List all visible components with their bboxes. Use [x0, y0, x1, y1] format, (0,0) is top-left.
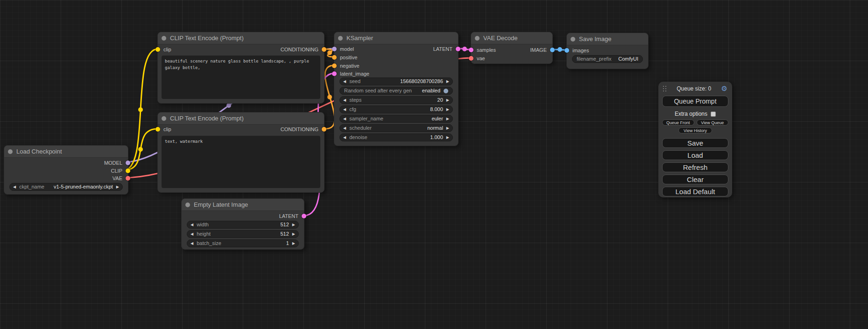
- node-title-bar[interactable]: CLIP Text Encode (Prompt): [158, 32, 324, 44]
- prev-value-arrow-icon[interactable]: ◀: [343, 117, 346, 121]
- increment-arrow-icon[interactable]: ▶: [292, 242, 295, 245]
- increment-arrow-icon[interactable]: ▶: [446, 108, 449, 112]
- clip-port-icon[interactable]: [155, 127, 160, 132]
- increment-arrow-icon[interactable]: ▶: [446, 80, 449, 84]
- filename-prefix-widget[interactable]: filename_prefix ComfyUI: [572, 55, 643, 63]
- drag-handle-icon[interactable]: [663, 86, 667, 92]
- output-slot-image[interactable]: IMAGE: [530, 47, 552, 53]
- collapse-dot-icon[interactable]: [8, 149, 13, 154]
- vae-port-icon[interactable]: [469, 56, 473, 61]
- conditioning-port-icon[interactable]: [322, 47, 326, 52]
- next-value-arrow-icon[interactable]: ▶: [446, 117, 449, 121]
- decrement-arrow-icon[interactable]: ◀: [191, 242, 193, 245]
- load-button[interactable]: Load: [662, 150, 728, 160]
- decrement-arrow-icon[interactable]: ◀: [191, 232, 193, 236]
- latent-port-icon[interactable]: [469, 48, 473, 52]
- batch-size-widget[interactable]: ◀ batch_size 1 ▶: [187, 239, 299, 247]
- node-vae-decode[interactable]: VAE Decode samples vae IMAGE: [471, 32, 553, 64]
- input-slot-positive[interactable]: positive: [334, 54, 357, 61]
- extra-options-checkbox[interactable]: [711, 112, 716, 117]
- collapse-dot-icon[interactable]: [475, 36, 480, 41]
- cfg-widget[interactable]: ◀ cfg 8.000 ▶: [339, 105, 453, 113]
- input-slot-samples[interactable]: samples: [471, 47, 496, 53]
- queue-front-button[interactable]: Queue Front: [662, 119, 694, 126]
- prompt-textarea[interactable]: beautiful scenery nature glass bottle la…: [162, 56, 320, 99]
- node-load-checkpoint[interactable]: Load Checkpoint MODEL CLIP VAE ◀ ckpt_na…: [4, 145, 128, 195]
- view-history-button[interactable]: View History: [678, 127, 712, 133]
- scheduler-widget[interactable]: ◀ scheduler normal ▶: [339, 124, 453, 132]
- input-slot-latent-image[interactable]: latent_image: [334, 70, 369, 77]
- random-seed-toggle-widget[interactable]: Random seed after every gen enabled: [339, 87, 453, 95]
- steps-widget[interactable]: ◀ steps 20 ▶: [339, 96, 453, 104]
- increment-arrow-icon[interactable]: ▶: [292, 223, 295, 227]
- denoise-widget[interactable]: ◀ denoise 1.000 ▶: [339, 133, 453, 141]
- increment-arrow-icon[interactable]: ▶: [292, 232, 295, 236]
- refresh-button[interactable]: Refresh: [662, 162, 728, 172]
- node-empty-latent-image[interactable]: Empty Latent Image LATENT ◀ width 512 ▶ …: [181, 198, 304, 250]
- load-default-button[interactable]: Load Default: [662, 187, 728, 196]
- input-slot-clip[interactable]: clip: [158, 126, 171, 133]
- next-value-arrow-icon[interactable]: ▶: [446, 126, 449, 130]
- output-slot-clip[interactable]: CLIP: [111, 168, 128, 174]
- height-widget[interactable]: ◀ height 512 ▶: [187, 230, 299, 238]
- collapse-dot-icon[interactable]: [338, 36, 343, 41]
- view-queue-button[interactable]: View Queue: [697, 119, 729, 126]
- prev-value-arrow-icon[interactable]: ◀: [343, 126, 346, 130]
- node-clip-text-encode-negative[interactable]: CLIP Text Encode (Prompt) clip CONDITION…: [157, 112, 325, 193]
- output-slot-latent[interactable]: LATENT: [433, 46, 458, 52]
- latent-port-icon[interactable]: [302, 214, 306, 218]
- output-slot-model[interactable]: MODEL: [104, 160, 128, 166]
- input-slot-images[interactable]: images: [567, 47, 589, 54]
- model-port-icon[interactable]: [332, 47, 337, 51]
- input-slot-clip[interactable]: clip: [158, 46, 171, 53]
- output-slot-vae[interactable]: VAE: [113, 175, 128, 182]
- conditioning-port-icon[interactable]: [332, 55, 337, 60]
- node-title-bar[interactable]: VAE Decode: [471, 32, 552, 44]
- input-slot-model[interactable]: model: [334, 46, 354, 52]
- collapse-dot-icon[interactable]: [571, 37, 575, 42]
- vae-port-icon[interactable]: [126, 176, 130, 181]
- prompt-textarea[interactable]: text, watermark: [162, 136, 320, 188]
- output-slot-conditioning[interactable]: CONDITIONING: [281, 126, 324, 133]
- collapse-dot-icon[interactable]: [185, 203, 190, 207]
- clip-port-icon[interactable]: [126, 168, 130, 173]
- sampler-name-widget[interactable]: ◀ sampler_name euler ▶: [339, 115, 453, 123]
- latent-port-icon[interactable]: [456, 47, 460, 51]
- image-port-icon[interactable]: [565, 48, 569, 53]
- node-ksampler[interactable]: KSampler model positive negative latent_…: [334, 32, 459, 146]
- latent-port-icon[interactable]: [332, 71, 337, 76]
- node-title-bar[interactable]: KSampler: [334, 32, 458, 44]
- clip-port-icon[interactable]: [155, 47, 160, 52]
- node-clip-text-encode-positive[interactable]: CLIP Text Encode (Prompt) clip CONDITION…: [157, 32, 325, 104]
- conditioning-port-icon[interactable]: [332, 63, 337, 68]
- decrement-arrow-icon[interactable]: ◀: [343, 136, 346, 140]
- node-graph-canvas[interactable]: Load Checkpoint MODEL CLIP VAE ◀ ckpt_na…: [0, 0, 868, 329]
- collapse-dot-icon[interactable]: [162, 36, 166, 41]
- node-title-bar[interactable]: Save Image: [567, 33, 648, 45]
- decrement-arrow-icon[interactable]: ◀: [343, 80, 346, 84]
- prev-value-arrow-icon[interactable]: ◀: [13, 185, 16, 189]
- next-value-arrow-icon[interactable]: ▶: [116, 185, 119, 189]
- queue-prompt-button[interactable]: Queue Prompt: [662, 96, 728, 107]
- increment-arrow-icon[interactable]: ▶: [446, 98, 449, 102]
- output-slot-conditioning[interactable]: CONDITIONING: [281, 46, 324, 53]
- increment-arrow-icon[interactable]: ▶: [446, 136, 449, 140]
- toggle-enabled-icon[interactable]: [444, 89, 448, 93]
- collapse-dot-icon[interactable]: [162, 116, 166, 121]
- node-title-bar[interactable]: CLIP Text Encode (Prompt): [158, 112, 324, 125]
- ckpt-name-widget[interactable]: ◀ ckpt_name v1-5-pruned-emaonly.ckpt ▶: [9, 183, 123, 191]
- width-widget[interactable]: ◀ width 512 ▶: [187, 221, 299, 229]
- decrement-arrow-icon[interactable]: ◀: [343, 108, 346, 112]
- clear-button[interactable]: Clear: [662, 175, 728, 184]
- conditioning-port-icon[interactable]: [322, 127, 326, 132]
- node-title-bar[interactable]: Load Checkpoint: [4, 146, 128, 158]
- settings-gear-icon[interactable]: ⚙: [721, 84, 727, 93]
- input-slot-vae[interactable]: vae: [471, 55, 485, 62]
- decrement-arrow-icon[interactable]: ◀: [343, 98, 346, 102]
- decrement-arrow-icon[interactable]: ◀: [191, 223, 193, 227]
- seed-widget[interactable]: ◀ seed 156680208700286 ▶: [339, 77, 453, 85]
- model-port-icon[interactable]: [126, 161, 130, 165]
- node-save-image[interactable]: Save Image images filename_prefix ComfyU…: [566, 33, 649, 69]
- save-button[interactable]: Save: [662, 138, 728, 148]
- image-port-icon[interactable]: [550, 48, 555, 52]
